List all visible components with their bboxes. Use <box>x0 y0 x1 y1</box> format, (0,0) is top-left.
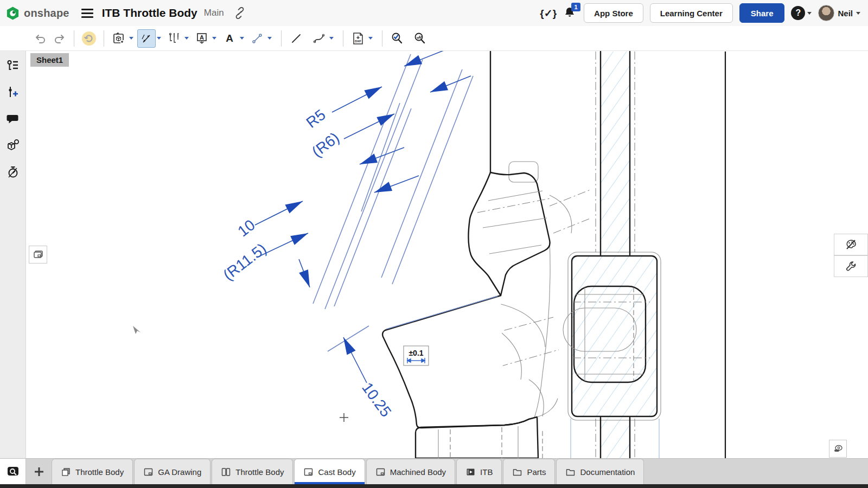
text-dropdown-icon[interactable] <box>240 37 244 40</box>
drawing-icon <box>143 467 154 477</box>
hatched-column-bottom <box>601 418 630 458</box>
dim-arrow <box>358 153 378 169</box>
share-link-icon[interactable] <box>234 7 246 19</box>
tab-cast-body[interactable]: Cast Body <box>294 459 365 484</box>
section-view[interactable] <box>563 52 661 458</box>
assembly-icon <box>61 467 71 477</box>
tolerance-value: ±0.1 <box>409 349 423 357</box>
ordinate-dimension-button[interactable] <box>165 29 183 48</box>
performance-icon[interactable] <box>4 163 22 181</box>
tab-throttle-body-assembly[interactable]: Throttle Body <box>52 459 133 484</box>
hatched-column-top <box>601 52 630 253</box>
dimension-label-10-25[interactable]: 10.25 <box>359 380 394 420</box>
note-button[interactable]: A <box>193 29 211 48</box>
tab-throttle-body-drawing[interactable]: Throttle Body <box>212 459 293 484</box>
insert-view-button[interactable] <box>110 29 128 48</box>
dimension-check-button[interactable] <box>388 29 406 48</box>
drawing-icon <box>375 467 386 477</box>
leader-tool-button[interactable] <box>248 29 266 48</box>
bom-icon[interactable] <box>4 136 22 155</box>
drawing-canvas[interactable]: R5 (R6) 10 (R11.5) 10.25 ±0.1 <box>0 0 868 488</box>
versions-icon[interactable]: {✓} <box>540 7 557 20</box>
tab-documentation[interactable]: Documentation <box>556 459 644 484</box>
folder-icon <box>512 467 522 477</box>
crosshair-cursor <box>340 413 348 422</box>
share-button[interactable]: Share <box>739 3 785 23</box>
notifications-bell-icon[interactable]: 1 <box>563 6 577 20</box>
svg-text:DXF: DXF <box>355 40 361 43</box>
text-tool-button[interactable]: A <box>220 29 239 48</box>
learning-center-button[interactable]: Learning Center <box>650 3 733 23</box>
user-menu[interactable]: Neil <box>818 5 860 21</box>
notification-badge: 1 <box>571 3 580 11</box>
drawing-icon <box>303 467 314 477</box>
dim-arrow <box>290 229 310 245</box>
svg-text:A: A <box>200 34 204 40</box>
ordinate-dropdown-icon[interactable] <box>184 37 189 40</box>
folder-icon <box>565 467 576 477</box>
chevron-down-icon <box>856 12 860 15</box>
spline-dropdown-icon[interactable] <box>329 37 334 40</box>
chevron-down-icon <box>807 12 812 15</box>
document-tab-bar: Throttle Body GA Drawing Throttle Body C… <box>0 458 868 484</box>
dim-arrow <box>285 197 305 214</box>
tab-ga-drawing[interactable]: GA Drawing <box>134 459 210 484</box>
centerline-tool-button[interactable] <box>287 29 305 48</box>
export-dxf-button[interactable]: DXF <box>349 29 367 48</box>
dim-arrow <box>429 81 448 97</box>
drawing-toolbar: A A DXF <box>0 26 868 51</box>
left-panel-bar <box>0 51 26 484</box>
leader-dropdown-icon[interactable] <box>267 37 272 40</box>
insert-view-dropdown-icon[interactable] <box>129 37 133 40</box>
workspace-label[interactable]: Main <box>204 8 224 18</box>
document-title: ITB Throttle Body <box>102 7 197 20</box>
avatar[interactable] <box>818 5 834 21</box>
sheets-panel-icon[interactable] <box>4 56 22 75</box>
dim-arrow <box>376 110 397 126</box>
main-menu-icon[interactable] <box>81 9 93 18</box>
window-bottom-strip <box>0 484 868 488</box>
sheet-tab[interactable]: Sheet1 <box>30 53 69 67</box>
app-store-button[interactable]: App Store <box>584 3 643 23</box>
redo-button[interactable] <box>50 29 68 48</box>
appearance-panel-button[interactable] <box>834 234 868 255</box>
tab-itb[interactable]: ITB <box>456 459 502 484</box>
properties-panel-button[interactable] <box>834 255 868 277</box>
dim-arrow <box>299 269 314 289</box>
dim-arrow <box>373 182 392 197</box>
add-item-icon[interactable] <box>4 83 22 101</box>
review-check-button[interactable] <box>411 29 429 48</box>
dimension-dropdown-icon[interactable] <box>157 37 161 40</box>
update-views-button[interactable] <box>80 29 98 48</box>
onshape-logo-icon[interactable] <box>5 6 20 21</box>
dimension-label-r6[interactable]: (R6) <box>309 129 342 160</box>
search-tabs-button[interactable] <box>0 459 26 484</box>
media-icon <box>465 467 476 477</box>
right-panel-buttons <box>834 234 868 277</box>
app-header: onshape ITB Throttle Body Main {✓} 1 App… <box>0 0 868 26</box>
dimension-label-10[interactable]: 10 <box>234 216 258 240</box>
dimension-label-r11-5[interactable]: (R11.5) <box>220 240 269 284</box>
logo-text[interactable]: onshape <box>24 7 69 20</box>
cast-body-view[interactable] <box>382 52 591 458</box>
user-name: Neil <box>838 9 853 18</box>
note-dropdown-icon[interactable] <box>212 37 216 40</box>
dim-arrow <box>364 82 384 99</box>
pointer-cursor <box>133 326 141 334</box>
part-studio-icon <box>221 467 231 477</box>
dim-arrow <box>339 335 356 355</box>
spline-tool-button[interactable] <box>310 29 328 48</box>
undo-button[interactable] <box>31 29 50 48</box>
tab-parts[interactable]: Parts <box>503 459 555 484</box>
view-quality-button[interactable] <box>829 440 847 458</box>
comments-icon[interactable] <box>4 110 22 128</box>
help-menu[interactable]: ? <box>791 6 812 20</box>
help-icon[interactable]: ? <box>791 6 805 20</box>
export-dropdown-icon[interactable] <box>368 37 373 40</box>
dimension-label-r5[interactable]: R5 <box>303 106 328 131</box>
tab-machined-body[interactable]: Machined Body <box>366 459 455 484</box>
add-tab-button[interactable] <box>26 459 52 484</box>
tolerance-box[interactable]: ±0.1 <box>404 346 429 365</box>
sheets-flyout-button[interactable] <box>29 246 47 264</box>
dimension-tool-button[interactable] <box>137 29 156 48</box>
